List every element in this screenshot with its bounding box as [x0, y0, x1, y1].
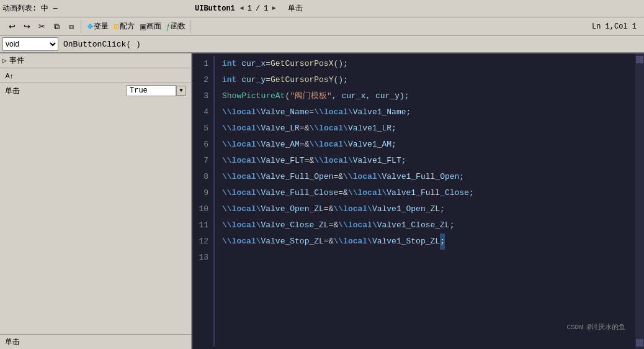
copy-button[interactable]: ⧉: [50, 20, 63, 34]
var-icon: ❖: [87, 22, 94, 31]
panel-toolbar: A↑: [0, 68, 191, 83]
code-line: \\local\Valve_FLT=&\\local\Valve1_FLT;: [222, 153, 635, 169]
formula-icon: ⊞: [114, 22, 120, 31]
screen-icon: ▣: [140, 22, 146, 31]
code-line: \\local\Valve_Name=\\local\Valve1_Name;: [222, 104, 635, 120]
edit-tools: ↩ ↪ ✂ ⧉ ⧈: [2, 20, 81, 34]
scrollbar[interactable]: [635, 53, 644, 349]
nav-sep: /: [256, 4, 260, 13]
nav-prev-btn[interactable]: ◄: [240, 5, 244, 12]
undo-icon: ↩: [9, 22, 16, 31]
formula-label: 配方: [120, 21, 135, 32]
var-button[interactable]: ❖ 变量: [85, 20, 110, 34]
code-line: \\local\Valve_LR=&\\local\Valve1_LR;: [222, 120, 635, 137]
panel-event-row: 单击 True ▼: [0, 83, 191, 98]
bottom-event-row: 单击: [0, 334, 191, 349]
redo-icon: ↪: [24, 22, 30, 31]
panel-header: ▷ 事件: [0, 53, 191, 68]
line-numbers: 12345678910111213: [192, 56, 215, 347]
code-editor[interactable]: 12345678910111213 int cur_x=GetCursorPos…: [192, 53, 635, 349]
nav-current: 1: [248, 4, 252, 13]
scroll-down-btn[interactable]: [636, 339, 643, 347]
nav-total: 1: [264, 4, 268, 13]
code-line: \\local\Valve_Open_ZL=&\\local\Valve1_Op…: [222, 201, 635, 217]
sort-asc-button[interactable]: A↑: [2, 69, 16, 83]
main-area: ▷ 事件 A↑ 单击 True ▼ 单击 12345678910111213 i…: [0, 53, 644, 349]
event-label: 单击: [288, 3, 303, 14]
insert-tools: ❖ 变量 ⊞ 配方 ▣ 画面 ƒ 函数: [83, 20, 190, 34]
click-event-label: 单击: [5, 86, 127, 96]
component-name: UIButton1: [195, 4, 235, 13]
cut-button[interactable]: ✂: [35, 20, 48, 34]
cut-icon: ✂: [38, 22, 45, 31]
return-type-select[interactable]: void: [2, 37, 58, 51]
undo-button[interactable]: ↩: [5, 20, 19, 34]
func-button[interactable]: ƒ 函数: [164, 20, 187, 34]
panel-spacer: [0, 98, 191, 334]
value-container: True ▼: [127, 85, 186, 96]
var-label: 变量: [94, 21, 109, 32]
code-line: \\local\Valve_AM=&\\local\Valve1_AM;: [222, 137, 635, 153]
toolbar-row: ↩ ↪ ✂ ⧉ ⧈ ❖ 变量 ⊞ 配方 ▣ 画面 ƒ 函数 Ln: [0, 17, 644, 36]
code-area: 12345678910111213 int cur_x=GetCursorPos…: [192, 53, 635, 349]
watermark: CSDN @讨厌水的鱼: [566, 322, 625, 332]
code-line: \\local\Valve_Stop_ZL=&\\local\Valve1_St…: [222, 233, 635, 250]
formula-button[interactable]: ⊞ 配方: [112, 20, 136, 34]
code-content[interactable]: int cur_x=GetCursorPosX();int cur_y=GetC…: [215, 56, 635, 347]
top-bar-left: 动画列表: 中 —: [2, 3, 195, 14]
screen-label: 画面: [146, 21, 161, 32]
paste-button[interactable]: ⧈: [65, 20, 78, 34]
event-value-text: True: [130, 86, 148, 95]
event-value: True: [127, 85, 176, 96]
nav-next-btn[interactable]: ►: [272, 5, 275, 12]
panel-icon: ▷: [2, 57, 7, 65]
copy-icon: ⧉: [54, 22, 60, 32]
redo-button[interactable]: ↪: [20, 20, 34, 34]
dropdown-arrow[interactable]: ▼: [176, 86, 186, 96]
paste-icon: ⧈: [69, 22, 74, 32]
func-icon: ƒ: [166, 22, 171, 31]
code-line: \\local\Valve_Close_ZL=&\\local\Valve1_C…: [222, 217, 635, 233]
events-label: 事件: [9, 55, 24, 66]
screen-button[interactable]: ▣ 画面: [138, 20, 163, 34]
top-bar: 动画列表: 中 — UIButton1 ◄ 1 / 1 ► 单击: [0, 0, 644, 17]
bottom-click-label: 单击: [5, 337, 20, 347]
code-line: [222, 250, 635, 266]
ln-col-display: Ln 1,Col 1: [592, 22, 642, 31]
func-name: OnButtonClick( ): [63, 40, 141, 49]
func-label: 函数: [171, 21, 186, 32]
top-bar-right: UIButton1 ◄ 1 / 1 ► 单击: [195, 3, 642, 14]
code-line: int cur_y=GetCursorPosY();: [222, 72, 635, 88]
func-bar: void OnButtonClick( ): [0, 36, 644, 53]
code-line: \\local\Valve_Full_Open=&\\local\Valve1_…: [222, 169, 635, 185]
scroll-up-btn[interactable]: [636, 56, 643, 63]
animation-list-label: 动画列表: 中 —: [2, 3, 58, 14]
left-panel: ▷ 事件 A↑ 单击 True ▼ 单击: [0, 53, 192, 349]
code-line: int cur_x=GetCursorPosX();: [222, 56, 635, 72]
code-line: \\local\Valve_Full_Close=&\\local\Valve1…: [222, 185, 635, 201]
code-line: ShowPictureAt("阀门模板", cur_x, cur_y);: [222, 88, 635, 104]
